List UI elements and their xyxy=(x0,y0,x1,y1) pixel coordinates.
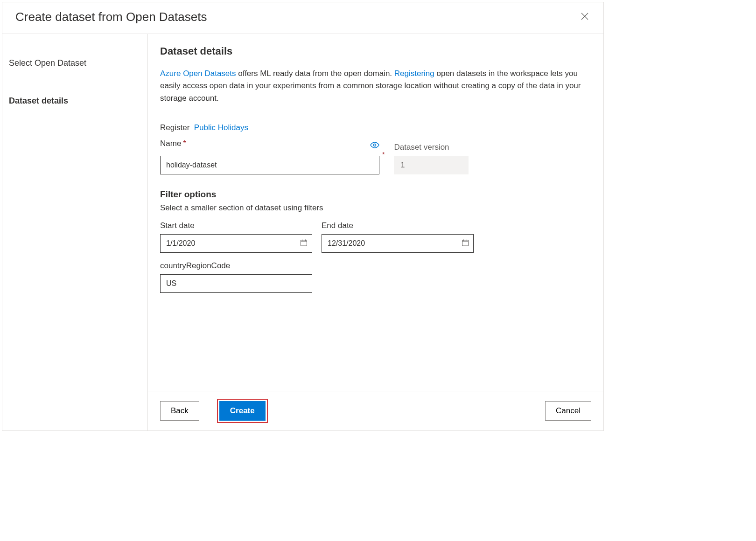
sidebar-item-select-open-dataset[interactable]: Select Open Dataset xyxy=(9,58,147,68)
version-input xyxy=(394,156,469,174)
dialog-title: Create dataset from Open Datasets xyxy=(15,10,207,24)
register-line: Register Public Holidays xyxy=(160,123,591,132)
create-highlight: Create xyxy=(217,399,268,423)
main: Dataset details Azure Open Datasets offe… xyxy=(148,34,603,430)
public-holidays-link[interactable]: Public Holidays xyxy=(194,123,248,132)
preview-icon[interactable] xyxy=(370,142,379,150)
create-button[interactable]: Create xyxy=(219,401,266,421)
registering-link[interactable]: Registering xyxy=(394,69,434,78)
footer: Back Create Cancel xyxy=(148,391,603,430)
end-date-label: End date xyxy=(322,221,474,230)
end-date-field: End date xyxy=(322,221,474,253)
back-button[interactable]: Back xyxy=(160,401,199,421)
filter-options-title: Filter options xyxy=(160,189,591,200)
start-date-input[interactable] xyxy=(160,234,312,253)
country-region-code-input[interactable] xyxy=(160,274,312,293)
azure-open-datasets-link[interactable]: Azure Open Datasets xyxy=(160,69,236,78)
dialog: Create dataset from Open Datasets Select… xyxy=(2,2,604,431)
desc-text-1: offers ML ready data from the open domai… xyxy=(236,69,394,78)
version-label: Dataset version xyxy=(394,143,469,152)
start-date-label: Start date xyxy=(160,221,312,230)
dialog-body: Select Open Dataset Dataset details Data… xyxy=(2,34,603,430)
section-title: Dataset details xyxy=(160,45,591,57)
version-field: Dataset version xyxy=(394,143,469,174)
close-icon[interactable] xyxy=(579,11,590,23)
country-region-code-label: countryRegionCode xyxy=(160,261,312,270)
filter-options-subtitle: Select a smaller section of dataset usin… xyxy=(160,203,591,213)
cancel-button[interactable]: Cancel xyxy=(545,401,591,421)
svg-point-2 xyxy=(374,144,376,146)
end-date-input[interactable] xyxy=(322,234,474,253)
dialog-header: Create dataset from Open Datasets xyxy=(2,2,603,34)
register-label: Register xyxy=(160,123,189,132)
sidebar: Select Open Dataset Dataset details xyxy=(2,34,148,430)
sidebar-item-dataset-details[interactable]: Dataset details xyxy=(9,96,147,106)
country-region-code-field: countryRegionCode xyxy=(160,261,312,293)
date-row: Start date End date xyxy=(160,221,591,253)
name-field: Name * xyxy=(160,139,379,174)
required-asterisk: * xyxy=(183,139,186,148)
name-label: Name * xyxy=(160,139,186,148)
description: Azure Open Datasets offers ML ready data… xyxy=(160,68,591,104)
name-input[interactable] xyxy=(160,156,379,174)
name-version-row: Name * * Dataset version xyxy=(160,139,591,174)
content: Dataset details Azure Open Datasets offe… xyxy=(148,34,603,391)
start-date-field: Start date xyxy=(160,221,312,253)
required-asterisk: * xyxy=(382,151,385,158)
